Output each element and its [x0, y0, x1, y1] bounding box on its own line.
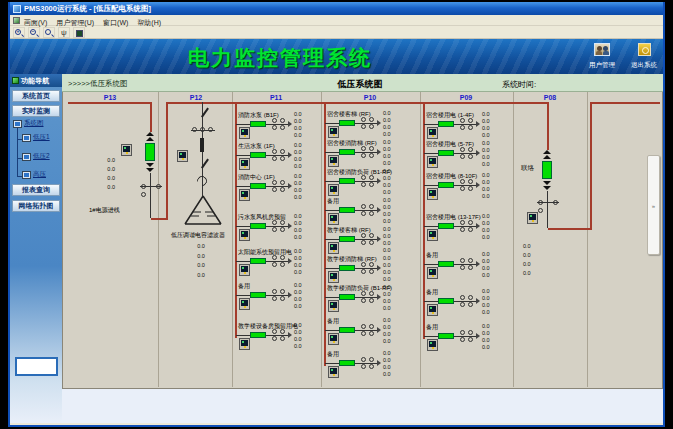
sidebar-item-6[interactable]: 报表查询: [12, 184, 60, 196]
breaker-closed[interactable]: [339, 120, 355, 126]
meter-icon[interactable]: [427, 156, 438, 168]
meter-icon[interactable]: [328, 271, 339, 283]
breaker-closed[interactable]: [339, 178, 355, 184]
feeder-label: 备用: [327, 350, 339, 359]
breaker-closed[interactable]: [438, 261, 454, 267]
sidebar-item-1[interactable]: 实时监测: [12, 105, 60, 117]
column-header-P12[interactable]: P12: [179, 94, 213, 101]
meter-pixel: [430, 232, 432, 234]
meter-icon[interactable]: [328, 366, 339, 378]
breaker-closed[interactable]: [339, 236, 355, 242]
meter-icon[interactable]: [239, 158, 250, 170]
breaker-closed[interactable]: [339, 149, 355, 155]
meter-icon[interactable]: [328, 213, 339, 225]
breaker-closed[interactable]: [250, 292, 266, 298]
zoom-out-icon[interactable]: −: [28, 27, 40, 38]
meter-icon[interactable]: [328, 126, 339, 138]
sidebar-item-0[interactable]: 系统首页: [12, 90, 60, 102]
titlebar[interactable]: PMS3000运行系统 - [低压配电系统图]: [10, 2, 663, 15]
breaker-closed[interactable]: [438, 223, 454, 229]
fit-view-icon[interactable]: [73, 27, 85, 38]
ct-symbol: [369, 117, 374, 122]
column-header-P11[interactable]: P11: [259, 94, 293, 101]
breaker-closed[interactable]: [438, 150, 454, 156]
diagram-canvas: P13P12P11P10P09P080.0 0.0 0.0 0.01#电源进线低…: [62, 92, 663, 389]
breaker-closed[interactable]: [250, 258, 266, 264]
meter-pixel: [242, 161, 244, 163]
meter-icon[interactable]: [121, 144, 132, 156]
meter-icon[interactable]: [328, 333, 339, 345]
meter-icon[interactable]: [427, 127, 438, 139]
meter-icon[interactable]: [427, 304, 438, 316]
meter-icon[interactable]: [427, 229, 438, 241]
ct-symbol: [460, 302, 465, 307]
mdi-child-icon[interactable]: [13, 17, 20, 24]
ct-symbol: [460, 186, 465, 191]
column-header-P09[interactable]: P09: [449, 94, 483, 101]
breaker-closed[interactable]: [250, 152, 266, 158]
breaker-closed[interactable]: [145, 143, 155, 161]
ct-symbol: [361, 117, 366, 122]
meter-icon[interactable]: [527, 212, 538, 224]
menu-item-3[interactable]: 帮助(H): [137, 19, 161, 26]
column-header-P13[interactable]: P13: [93, 94, 127, 101]
sidebar-item-2[interactable]: 系统图: [13, 119, 44, 128]
meter-led: [333, 341, 335, 343]
feeder-label: 备用: [238, 282, 250, 291]
pan-icon[interactable]: ψ: [58, 27, 70, 38]
sidebar-item-4[interactable]: 低压2: [22, 152, 50, 161]
meter-icon[interactable]: [328, 242, 339, 254]
meter-icon[interactable]: [239, 298, 250, 310]
column-header-P08[interactable]: P08: [533, 94, 567, 101]
column-header-P10[interactable]: P10: [353, 94, 387, 101]
scroll-handle[interactable]: »: [647, 155, 660, 255]
zoom-window-icon[interactable]: [43, 27, 55, 38]
breaker-closed[interactable]: [250, 223, 266, 229]
breaker-closed[interactable]: [250, 183, 266, 189]
breaker-closed[interactable]: [250, 121, 266, 127]
breaker-closed[interactable]: [339, 265, 355, 271]
meter-icon[interactable]: [328, 155, 339, 167]
menu-item-2[interactable]: 窗口(W): [103, 19, 128, 26]
meter-led: [432, 196, 434, 198]
feeder-values: 0.0 0.0 0.0 0.0: [482, 288, 490, 316]
meter-icon[interactable]: [328, 184, 339, 196]
breaker-closed[interactable]: [438, 298, 454, 304]
ct-symbol: [460, 265, 465, 270]
menu-item-0[interactable]: 画面(V): [24, 19, 47, 26]
ct-symbol: [369, 357, 374, 362]
bus-line: [235, 102, 237, 338]
sidebar-item-7[interactable]: 网络拓扑图: [12, 200, 60, 212]
menu-item-1[interactable]: 用户管理(U): [56, 19, 94, 26]
meter-icon[interactable]: [328, 300, 339, 312]
meter-icon[interactable]: [239, 338, 250, 350]
flow-arrow-icon: [146, 132, 154, 136]
breaker-closed[interactable]: [250, 332, 266, 338]
meter-icon[interactable]: [239, 189, 250, 201]
header-button-user-management[interactable]: 用户管理: [582, 42, 622, 72]
sidebar-item-5[interactable]: 高压: [22, 170, 46, 179]
meter-led: [244, 346, 246, 348]
breaker-closed[interactable]: [339, 207, 355, 213]
breaker-closed[interactable]: [339, 294, 355, 300]
meter-icon[interactable]: [177, 150, 188, 162]
zoom-in-icon[interactable]: +: [13, 27, 25, 38]
meter-icon[interactable]: [239, 264, 250, 276]
meter-icon[interactable]: [427, 267, 438, 279]
breaker-closed[interactable]: [339, 327, 355, 333]
breaker-closed[interactable]: [438, 333, 454, 339]
meter-icon[interactable]: [239, 229, 250, 241]
breaker-closed[interactable]: [438, 182, 454, 188]
meter-icon[interactable]: [427, 339, 438, 351]
overview-thumbnail[interactable]: [15, 357, 58, 376]
breaker-closed[interactable]: [438, 121, 454, 127]
meter-icon[interactable]: [427, 188, 438, 200]
feeder-values: 0.0 0.0 0.0 0.0: [482, 323, 490, 351]
breaker-closed[interactable]: [542, 161, 552, 179]
sidebar-item-3[interactable]: 低压1: [22, 133, 50, 142]
meter-icon[interactable]: [239, 127, 250, 139]
ct-symbol: [280, 118, 285, 123]
breaker-closed[interactable]: [339, 360, 355, 366]
screen-frame: PMS3000运行系统 - [低压配电系统图] 画面(V)用户管理(U)窗口(W…: [0, 0, 673, 429]
header-button-exit-system[interactable]: 退出系统: [624, 42, 663, 72]
